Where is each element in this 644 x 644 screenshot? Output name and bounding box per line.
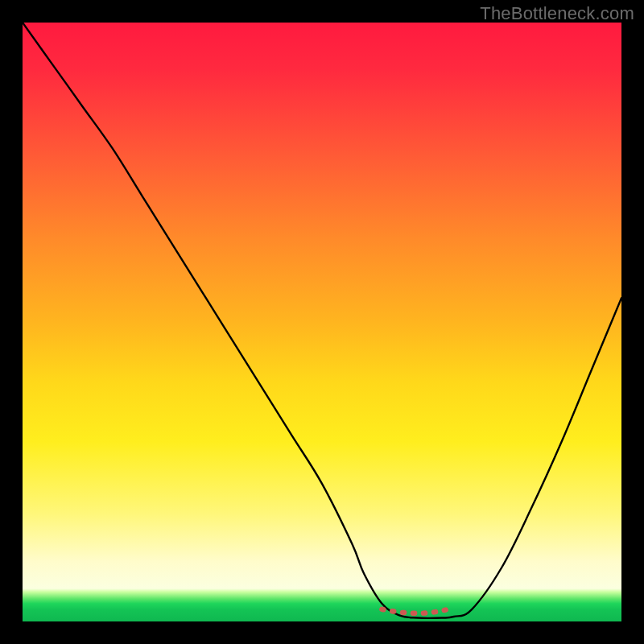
watermark-text: TheBottleneck.com (480, 3, 634, 24)
plot-area (23, 23, 621, 621)
chart-frame: TheBottleneck.com (0, 0, 644, 644)
optimal-zone-marker (382, 608, 453, 613)
chart-svg (23, 23, 621, 621)
bottleneck-curve (23, 23, 621, 618)
